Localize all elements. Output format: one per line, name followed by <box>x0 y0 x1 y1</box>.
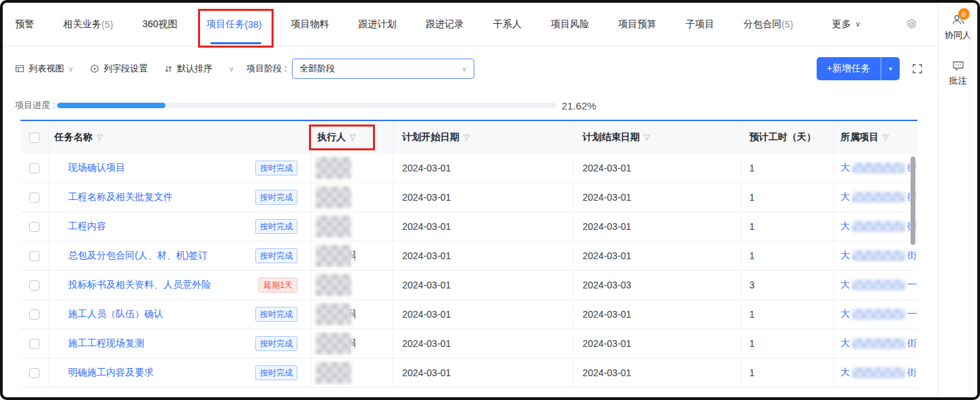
tab-label: 项目任务 <box>206 18 244 31</box>
project-partial-text: 大 <box>840 337 850 350</box>
tab-label: 相关业务 <box>63 18 101 31</box>
row-checkbox[interactable] <box>29 310 39 320</box>
tab-item[interactable]: 干系人 <box>493 3 525 46</box>
project-cell[interactable]: 大 一街 <box>834 300 917 329</box>
filter-funnel-icon[interactable] <box>463 134 470 141</box>
tab-item[interactable]: 项目风险 <box>551 3 593 46</box>
collapse-filter-button[interactable]: ∨ <box>229 65 234 73</box>
project-redacted-blur <box>852 221 905 232</box>
table-row: 施工工程现场复测 按时完成 泽 2024-03-01 2024-03-01 1 … <box>20 329 917 359</box>
tab-item[interactable]: 项目物料 <box>291 3 333 46</box>
estimated-days-cell: 1 <box>742 329 834 358</box>
tab-label: 干系人 <box>493 18 521 31</box>
fullscreen-icon <box>912 63 923 74</box>
tab-count: (38) <box>244 19 261 30</box>
add-task-dropdown-button[interactable]: ▾ <box>881 57 900 80</box>
planned-start-cell: 2024-03-01 <box>393 183 574 212</box>
task-name-link[interactable]: 工程内容 <box>68 220 255 233</box>
task-table: 任务名称 执行人 计划开始日期 计划结束日期 预计工时（天） <box>20 120 917 388</box>
table-row: 施工人员（队伍）确认 按时完成 泽 2024-03-01 2024-03-01 … <box>20 300 917 329</box>
tab-settings-button[interactable] <box>906 18 917 30</box>
project-cell[interactable]: 大 街 <box>834 183 917 212</box>
project-redacted-blur <box>852 280 905 290</box>
column-settings-button[interactable]: 列字段设置 <box>90 63 148 75</box>
list-view-icon <box>15 64 24 73</box>
table-scrollbar-thumb[interactable] <box>911 156 915 245</box>
project-cell[interactable]: 大 街 <box>834 154 917 182</box>
tab-item[interactable]: 子项目 <box>685 3 718 46</box>
row-checkbox[interactable] <box>29 251 39 261</box>
sort-arrows-icon <box>164 65 173 73</box>
add-task-split-button: +新增任务 ▾ <box>817 57 900 80</box>
project-partial-text: 一街 <box>907 279 917 291</box>
stage-select[interactable]: 全部阶段 ∨ <box>292 59 474 79</box>
project-cell[interactable]: 大 街 <box>834 212 917 241</box>
column-settings-label: 列字段设置 <box>103 63 148 75</box>
row-checkbox[interactable] <box>29 280 39 290</box>
task-name-link[interactable]: 明确施工内容及要求 <box>68 367 255 379</box>
table-toolbar: 列表视图 ∨ 列字段设置 默认排序 ∨ 项目阶段 : 全部阶段 ∨ +新增任务 <box>3 46 938 91</box>
fullscreen-button[interactable] <box>912 63 923 74</box>
project-cell[interactable]: 大 街 <box>834 359 917 387</box>
tab-item[interactable]: 分包合同(5) <box>743 3 797 46</box>
project-cell[interactable]: 大 一街 <box>834 271 917 299</box>
tab-label: 项目物料 <box>291 18 329 31</box>
chevron-down-icon: ∨ <box>855 20 861 29</box>
task-name-link[interactable]: 总包及分包合同(人、材、机)签订 <box>68 250 255 262</box>
table-row: 工程名称及相关批复文件 按时完成 2024-03-01 2024-03-01 1… <box>20 183 917 212</box>
tab-item[interactable]: 跟进计划 <box>358 3 400 46</box>
tab-label: 360视图 <box>142 18 177 31</box>
project-partial-text: 街 <box>907 250 917 262</box>
tab-item[interactable]: 跟进记录 <box>425 3 468 46</box>
sort-button[interactable]: 默认排序 <box>164 63 212 75</box>
comments-button[interactable]: 批注 <box>949 61 967 87</box>
task-name-link[interactable]: 现场确认项目 <box>68 162 255 174</box>
status-badge: 按时完成 <box>255 161 297 176</box>
filter-funnel-icon[interactable] <box>643 134 651 141</box>
tab-item[interactable]: 更多∨ <box>832 3 861 46</box>
tab-item[interactable]: 项目任务(38) <box>206 3 265 46</box>
collaborators-button[interactable]: 8 协同人 <box>945 14 971 41</box>
row-checkbox[interactable] <box>29 222 39 232</box>
estimated-days-cell: 3 <box>742 271 834 299</box>
estimated-days-cell: 1 <box>742 183 834 212</box>
project-redacted-blur <box>852 250 905 261</box>
tab-item[interactable]: 预警 <box>15 3 38 46</box>
tab-item[interactable]: 相关业务(5) <box>63 3 117 46</box>
task-name-link[interactable]: 工程名称及相关批复文件 <box>68 191 255 203</box>
table-row: 工程内容 按时完成 2024-03-01 2024-03-01 1 大 街 <box>20 212 917 241</box>
planned-start-cell: 2024-03-01 <box>393 329 574 358</box>
row-checkbox[interactable] <box>29 368 39 378</box>
view-switcher[interactable]: 列表视图 ∨ <box>15 63 74 75</box>
add-task-button[interactable]: +新增任务 <box>817 57 881 80</box>
progress-value: 21.62% <box>561 100 596 112</box>
task-name-link[interactable]: 投标标书及相关资料、人员意外险 <box>68 279 259 291</box>
tab-item[interactable]: 360视图 <box>142 3 181 46</box>
sort-label: 默认排序 <box>177 63 212 75</box>
row-checkbox[interactable] <box>29 163 39 173</box>
tab-item[interactable]: 项目预算 <box>618 3 660 46</box>
progress-bar-fill <box>57 103 165 108</box>
comment-bubble-icon <box>952 61 964 71</box>
task-name-link[interactable]: 施工人员（队伍）确认 <box>68 308 255 320</box>
chevron-down-icon: ∨ <box>68 65 74 73</box>
filter-funnel-icon[interactable] <box>882 134 889 141</box>
filter-funnel-icon[interactable] <box>96 134 103 141</box>
project-cell[interactable]: 大 街 <box>834 329 917 358</box>
planned-end-cell: 2024-03-01 <box>574 241 742 270</box>
project-partial-text: 大 <box>840 308 850 320</box>
planned-start-cell: 2024-03-01 <box>393 241 574 270</box>
executor-redacted-blur <box>316 362 351 384</box>
project-redacted-blur <box>852 309 905 320</box>
project-cell[interactable]: 大 街 <box>834 241 917 270</box>
planned-start-cell: 2024-03-01 <box>393 359 574 387</box>
select-all-checkbox[interactable] <box>29 133 39 143</box>
planned-start-cell: 2024-03-01 <box>393 154 574 182</box>
row-checkbox[interactable] <box>29 193 39 203</box>
planned-end-cell: 2024-03-03 <box>574 271 742 299</box>
row-checkbox[interactable] <box>29 339 39 349</box>
task-name-link[interactable]: 施工工程现场复测 <box>68 337 255 350</box>
chevron-down-icon: ∨ <box>229 65 234 73</box>
planned-end-cell: 2024-03-01 <box>574 359 742 387</box>
table-row: 明确施工内容及要求 按时完成 2024-03-01 2024-03-01 1 大… <box>20 359 917 388</box>
